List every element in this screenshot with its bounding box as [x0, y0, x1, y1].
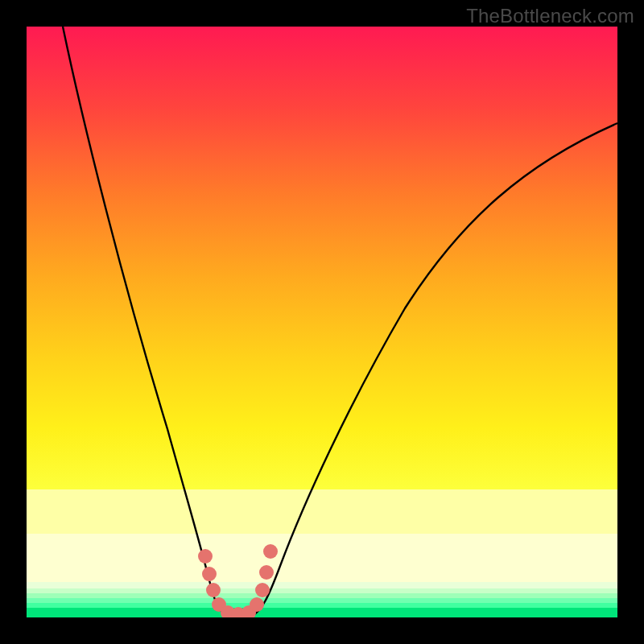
svg-point-18	[259, 565, 274, 580]
chart-frame: TheBottleneck.com	[0, 0, 644, 644]
svg-point-9	[198, 549, 213, 564]
svg-point-16	[250, 597, 264, 612]
svg-point-10	[202, 567, 217, 581]
svg-point-17	[255, 583, 270, 597]
watermark-text: TheBottleneck.com	[466, 5, 634, 27]
plot-area	[27, 27, 617, 617]
highlight-points	[198, 544, 278, 617]
svg-point-19	[263, 544, 278, 559]
bottleneck-curve	[27, 27, 617, 617]
svg-point-11	[206, 583, 221, 597]
